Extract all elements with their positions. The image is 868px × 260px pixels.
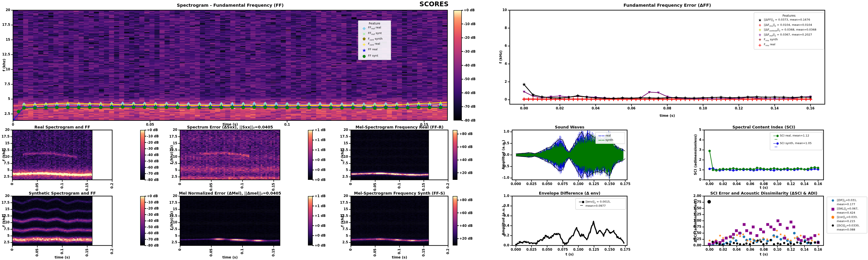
xlabel-mel-error: time (s) bbox=[222, 255, 238, 259]
colorbar-tick-label: -80 dB bbox=[147, 244, 159, 248]
colorbar-real bbox=[140, 130, 145, 180]
legend-entry: ●FF synt bbox=[360, 54, 389, 59]
legend-marker-icon: ● bbox=[829, 224, 837, 227]
colorbar-tick-label: +0 dB bbox=[315, 233, 326, 237]
legend-main: Feature◆FFmsf real×FFmsf syntFcent synth… bbox=[358, 21, 391, 60]
ylabel-sci: SCI (adimensionless) bbox=[693, 134, 698, 175]
colorbar-tick bbox=[145, 214, 146, 215]
ylabel-main-spectrogram: f (khz) bbox=[2, 59, 6, 72]
legend-sci: —●—SCI real, mean=1.12—●—SCI synth, mean… bbox=[770, 132, 823, 150]
legend-entry: —●—SCI real, mean=1.12 bbox=[772, 134, 820, 141]
ylabel-real-spectrogram: f (khz) bbox=[2, 148, 6, 161]
legend-entry-label: FF synt bbox=[368, 54, 378, 58]
colorbar-tick bbox=[312, 235, 314, 236]
legend-entry: —●—||env||2 = 0.0015,mean=0.0977 bbox=[578, 200, 624, 208]
colorbar-tick bbox=[461, 51, 463, 52]
colorbar-tick bbox=[457, 213, 459, 213]
legend-entry-label: ||ΔFmsf||2 = 0.0367, mean=0.2027 bbox=[764, 33, 812, 37]
colorbar-tick-label: +1 dB bbox=[315, 128, 326, 132]
title-sci-error-adi: SCI Error and Acoustic Dissimilarity (ΔS… bbox=[710, 191, 817, 195]
legend-entry-label: Fcent real bbox=[368, 42, 380, 46]
colorbar-tick bbox=[145, 202, 146, 202]
legend-entry-label: synth bbox=[606, 138, 613, 142]
colorbar-tick-label: -10 dB bbox=[147, 200, 159, 204]
colorbar-tick bbox=[457, 238, 459, 239]
colorbar-tick bbox=[461, 65, 463, 66]
colorbar-tick bbox=[145, 136, 146, 137]
legend-entry-label: FFmsf synt bbox=[368, 31, 382, 36]
legend-entry: Fcent synth bbox=[360, 37, 389, 41]
xlabel-ff-error: time (s) bbox=[660, 114, 675, 118]
legend-entry: ——synth bbox=[598, 138, 623, 142]
colorbar-tick bbox=[145, 142, 146, 143]
legend-marker-icon: ★ bbox=[360, 48, 368, 53]
colorbar-tick bbox=[457, 225, 459, 226]
legend-marker-icon: + bbox=[756, 33, 764, 37]
legend-entry: ★FF real bbox=[360, 48, 389, 53]
colorbar-tick bbox=[312, 245, 314, 246]
colorbar-tick-label: +80 dB bbox=[459, 198, 473, 202]
colorbar-tick bbox=[312, 130, 314, 131]
legend-entry-label: ||SKL||2=0.067,mean=0.424 bbox=[837, 207, 858, 215]
colorbar-tick bbox=[145, 239, 146, 239]
colorbar-tick bbox=[312, 150, 314, 150]
legend-entry: +Frms real bbox=[756, 43, 822, 48]
colorbar-tick-label: +0 dB bbox=[147, 194, 158, 198]
title-mel-error: Mel Normalized Error (ΔMel), ||Δmel||₂=0… bbox=[179, 191, 281, 195]
colorbar-tick-label: -10 dB bbox=[147, 134, 159, 138]
colorbar-tick bbox=[145, 221, 146, 221]
colorbar-melr bbox=[453, 130, 458, 180]
colorbar-tick-label: +1 dB bbox=[315, 148, 326, 152]
colorbar-melerr bbox=[308, 196, 313, 246]
colorbar-tick-label: +1 dB bbox=[315, 138, 326, 142]
colorbar-tick-label: -70 dB bbox=[464, 105, 476, 109]
legend-entry-label: FF real bbox=[368, 48, 378, 51]
colorbar-tick-label: +0 dB bbox=[464, 8, 474, 12]
colorbar-tick-label: +1 dB bbox=[315, 204, 326, 208]
legend-entry-label: ||ΔFrms||2 = 0.0104, mean=0.0104 bbox=[764, 23, 812, 27]
colorbar-tick-label: -60 dB bbox=[464, 91, 476, 95]
legend-marker-icon bbox=[360, 37, 368, 41]
colorbar-tick-label: -30 dB bbox=[464, 50, 476, 53]
colorbar-tick-label: -40 dB bbox=[147, 153, 159, 157]
legend-marker-icon bbox=[829, 215, 837, 220]
colorbar-tick bbox=[145, 161, 146, 161]
legend-ff: Features★||ΔFF||2 = 0.0373, mean=0.1676+… bbox=[754, 12, 824, 49]
colorbar-tick-label: +0 dB bbox=[147, 128, 158, 132]
colorbar-tick-label: +0 dB bbox=[315, 244, 326, 248]
colorbar-tick-label: -70 dB bbox=[147, 237, 159, 242]
legend-marker-icon: —●— bbox=[772, 142, 780, 148]
colorbar-tick-label: +60 dB bbox=[459, 211, 473, 215]
colorbar-tick bbox=[145, 180, 146, 180]
colorbar-tick bbox=[312, 160, 314, 160]
legend-marker-icon: + bbox=[360, 42, 368, 47]
legend-entry-label: ||env||2 = 0.0015,mean=0.0977 bbox=[586, 200, 611, 208]
colorbar-tick-label: -20 dB bbox=[147, 207, 159, 210]
xlabel-sci-error-adi: t (s) bbox=[760, 252, 768, 256]
colorbar-serr bbox=[308, 130, 313, 180]
colorbar-tick bbox=[312, 180, 314, 180]
colorbar-tick bbox=[457, 160, 459, 160]
ylabel-synthetic-spectrogram: f (khz) bbox=[2, 214, 6, 227]
colorbar-tick bbox=[312, 140, 314, 140]
colorbar-tick-label: -80 dB bbox=[147, 178, 159, 182]
xlabel-synthetic-spectrogram: time (s) bbox=[55, 255, 70, 259]
colorbar-tick-label: +1 dB bbox=[315, 214, 326, 218]
colorbar-tick-label: +40 dB bbox=[459, 224, 473, 228]
legend-marker-icon: + bbox=[756, 28, 764, 32]
ylabel-sound-waves: Amplitud (a.u.) bbox=[501, 140, 505, 170]
legend-entry: ×FFmsf synt bbox=[360, 31, 389, 36]
colorbar-tick bbox=[461, 92, 463, 93]
ylabel-mel-error: f (khz) (s) bbox=[169, 211, 174, 230]
colorbar-tick-label: -40 dB bbox=[147, 219, 159, 223]
colorbar-tick bbox=[457, 173, 459, 173]
legend-marker-icon: ★ bbox=[756, 18, 764, 23]
legend-entry-label: real bbox=[606, 134, 611, 138]
colorbar-tick bbox=[312, 196, 314, 196]
colorbar-tick-label: +0 dB bbox=[315, 168, 326, 172]
colorbar-tick-label: -50 dB bbox=[147, 159, 159, 163]
legend-env: —●—||env||2 = 0.0015,mean=0.0977 bbox=[576, 198, 626, 210]
colorbar-tick bbox=[461, 120, 463, 121]
legend-scierr: ●||DF||2=0.031,mean=0.177■||SKL||2=0.067… bbox=[827, 197, 867, 233]
colorbar-tick bbox=[457, 134, 459, 134]
